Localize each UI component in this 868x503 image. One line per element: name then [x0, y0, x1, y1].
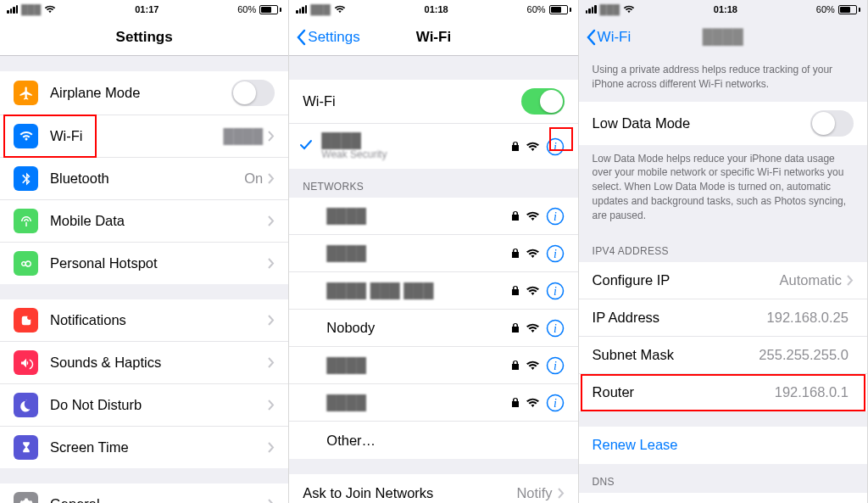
row-network[interactable]: ████ i: [289, 235, 577, 272]
airplane-icon: [14, 81, 38, 105]
wifi-icon: [334, 5, 346, 14]
battery-icon: [838, 5, 860, 14]
chevron-right-icon: [268, 215, 275, 226]
row-bluetooth[interactable]: Bluetooth On: [0, 158, 288, 200]
battery-pct: 60%: [237, 4, 256, 14]
row-mobile-data[interactable]: Mobile Data: [0, 200, 288, 243]
row-network[interactable]: ████ i: [289, 347, 577, 384]
section-header: NETWORKS: [289, 169, 577, 198]
row-label: Do Not Disturb: [50, 397, 268, 413]
row-configure-dns[interactable]: Configure DNS Automatic: [579, 493, 867, 503]
chevron-right-icon: [268, 400, 275, 411]
row-label: Bluetooth: [50, 170, 244, 187]
lock-icon: [511, 248, 520, 259]
row-label: Low Data Mode: [593, 115, 810, 131]
row-network[interactable]: ████ i: [289, 384, 577, 422]
chevron-right-icon: [847, 275, 854, 286]
network-subtitle: Weak Security: [321, 148, 510, 160]
svg-text:i: i: [554, 141, 557, 154]
wifi-strength-icon: [526, 398, 539, 408]
row-hotspot[interactable]: Personal Hotspot: [0, 243, 288, 284]
row-label: Other…: [326, 433, 564, 449]
lock-icon: [511, 360, 520, 371]
row-label: Screen Time: [50, 439, 268, 455]
wifi-strength-icon: [526, 211, 539, 221]
row-label: Router: [593, 384, 775, 400]
row-value: On: [244, 170, 263, 187]
wifi-strength-icon: [526, 323, 539, 333]
row-sounds[interactable]: Sounds & Haptics: [0, 342, 288, 384]
screen-settings: ███ 01:17 60% Settings Airplane Mode Wi-…: [0, 0, 289, 503]
back-button[interactable]: Wi-Fi: [586, 29, 632, 46]
wifi-strength-icon: [526, 142, 539, 152]
info-icon[interactable]: i: [546, 356, 565, 375]
sounds-icon: [14, 350, 38, 375]
gear-icon: [14, 492, 38, 503]
chevron-right-icon: [558, 488, 565, 499]
row-value: 192.168.0.25: [767, 310, 849, 326]
row-value: ████: [224, 128, 264, 144]
network-name: ████ ███ ███: [326, 282, 510, 299]
wifi-strength-icon: [526, 286, 539, 296]
row-dnd[interactable]: Do Not Disturb: [0, 384, 288, 427]
screen-wifi: ███ 01:18 60% Settings Wi-Fi Wi-Fi ████: [289, 0, 578, 503]
airplane-toggle[interactable]: [231, 80, 275, 106]
section-header: DNS: [579, 464, 867, 493]
wifi-toggle[interactable]: [521, 88, 565, 115]
row-label: Notifications: [50, 312, 268, 328]
row-other[interactable]: Other…: [289, 422, 577, 459]
row-network[interactable]: Nobody i: [289, 310, 577, 347]
row-network[interactable]: ████ i: [289, 198, 577, 235]
row-wifi-master[interactable]: Wi-Fi: [289, 80, 577, 124]
page-title: Settings: [116, 29, 173, 46]
row-notifications[interactable]: Notifications: [0, 299, 288, 342]
section-header: IPV4 ADDRESS: [579, 233, 867, 262]
status-time: 01:18: [425, 4, 448, 14]
status-bar: ███ 01:18 60%: [289, 0, 577, 19]
low-data-toggle[interactable]: [810, 110, 854, 137]
row-connected-network[interactable]: ████ Weak Security i: [289, 124, 577, 169]
notifications-icon: [14, 308, 38, 333]
info-icon[interactable]: i: [546, 319, 565, 338]
info-icon[interactable]: i: [546, 207, 565, 226]
lock-icon: [511, 141, 520, 152]
row-label: Wi-Fi: [50, 128, 224, 144]
row-configure-ip[interactable]: Configure IP Automatic: [579, 262, 867, 299]
info-icon[interactable]: i: [546, 282, 565, 300]
network-name: Nobody: [326, 320, 510, 336]
chevron-right-icon: [268, 315, 275, 326]
row-ask-join[interactable]: Ask to Join Networks Notify: [289, 474, 577, 503]
row-airplane[interactable]: Airplane Mode: [0, 71, 288, 115]
info-icon[interactable]: i: [546, 244, 565, 263]
nav-bar: Settings Wi-Fi: [289, 19, 577, 56]
svg-text:i: i: [554, 210, 557, 223]
row-label: Airplane Mode: [50, 85, 231, 101]
page-title: Wi-Fi: [416, 29, 451, 46]
chevron-right-icon: [268, 173, 275, 184]
checkmark-icon: [299, 138, 314, 155]
antenna-icon: [14, 209, 38, 233]
lock-icon: [511, 210, 520, 221]
svg-text:i: i: [554, 360, 557, 372]
row-label: Subnet Mask: [593, 347, 760, 363]
info-icon[interactable]: i: [546, 394, 565, 412]
row-value: 192.168.0.1: [775, 384, 849, 400]
row-low-data[interactable]: Low Data Mode: [579, 102, 867, 145]
row-general[interactable]: General: [0, 483, 288, 503]
back-label: Settings: [308, 29, 359, 46]
back-button[interactable]: Settings: [296, 29, 359, 46]
row-network[interactable]: ████ ███ ███ i: [289, 272, 577, 310]
carrier-blur: ███: [310, 4, 330, 14]
back-label: Wi-Fi: [598, 29, 632, 46]
row-value: Notify: [516, 485, 552, 501]
wifi-strength-icon: [526, 360, 539, 371]
row-wifi[interactable]: Wi-Fi ████: [0, 115, 288, 158]
lock-icon: [511, 285, 520, 296]
row-renew-lease[interactable]: Renew Lease: [579, 427, 867, 464]
info-icon[interactable]: i: [546, 137, 565, 156]
chevron-left-icon: [296, 29, 306, 46]
battery-pct: 60%: [816, 4, 835, 14]
page-title: ████: [703, 29, 743, 46]
row-screentime[interactable]: Screen Time: [0, 427, 288, 468]
wifi-strength-icon: [526, 249, 539, 259]
